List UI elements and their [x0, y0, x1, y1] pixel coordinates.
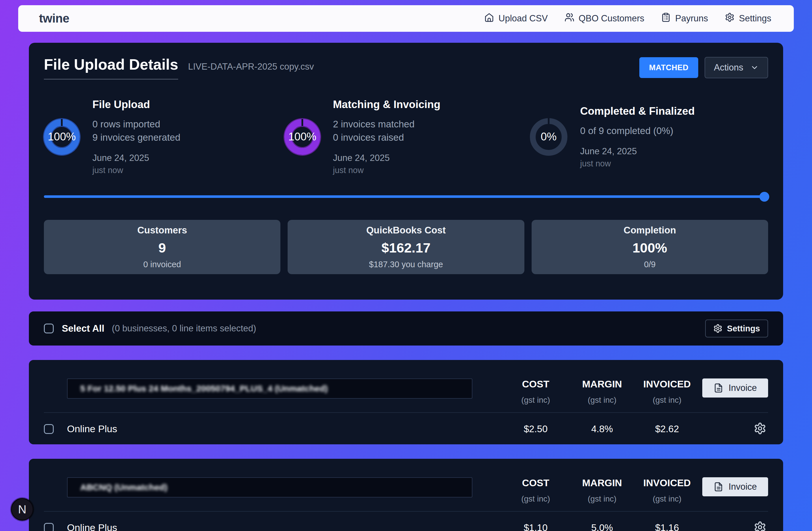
invoiced-header-label: INVOICED — [635, 378, 699, 390]
gear-icon — [725, 12, 735, 25]
line-item-row: Online Plus $1.10 5.0% $1.16 — [44, 511, 768, 531]
stat-value: 100% — [633, 240, 667, 256]
users-icon — [565, 12, 574, 25]
margin-column-header: MARGIN (gst inc) — [569, 378, 635, 405]
stage-text: Matching & Invoicing 2 invoices matched … — [333, 99, 440, 175]
invoiced-column-header: INVOICED (gst inc) — [635, 477, 699, 504]
brand-logo[interactable]: twine — [39, 12, 69, 25]
stat-label: Customers — [137, 225, 187, 236]
nav-item-upload-csv[interactable]: Upload CSV — [484, 12, 548, 25]
nav-item-label: QBO Customers — [579, 13, 644, 24]
business-name: 5 For 12.50 Plus 24 Months_20050794_PLUS… — [80, 384, 328, 393]
uploaded-filename: LIVE-DATA-APR-2025 copy.csv — [188, 61, 314, 72]
nav-item-label: Payruns — [675, 13, 708, 24]
select-all-bar: Select All (0 businesses, 0 line items s… — [29, 312, 783, 346]
stage-ago: just now — [92, 166, 180, 175]
row-checkbox[interactable] — [44, 424, 54, 434]
panel-header: File Upload Details LIVE-DATA-APR-2025 c… — [44, 56, 768, 80]
stage-title: Completed & Finalized — [580, 105, 695, 117]
matched-status-button[interactable]: MATCHED — [639, 57, 698, 78]
selection-summary: (0 businesses, 0 line items selected) — [112, 323, 256, 334]
badge-letter: N — [18, 503, 27, 516]
clipboard-icon — [661, 12, 671, 25]
file-text-icon — [713, 383, 723, 393]
plan-name: Online Plus — [67, 522, 503, 531]
margin-header-label: MARGIN — [569, 378, 635, 390]
stat-value: $162.17 — [381, 240, 431, 256]
actions-dropdown-button[interactable]: Actions — [705, 57, 768, 78]
stage-title: Matching & Invoicing — [333, 99, 440, 111]
stat-sub: $187.30 you charge — [369, 260, 443, 269]
business-name-field[interactable]: ABCNQ (Unmatched) — [67, 477, 473, 498]
stage-ago: just now — [580, 159, 695, 169]
completed-progress-ring: 0% — [530, 118, 567, 156]
header-buttons: MATCHED Actions — [639, 57, 768, 78]
row-checkbox[interactable] — [44, 523, 54, 531]
stage-line2: 9 invoices generated — [92, 131, 180, 144]
margin-header-label: MARGIN — [569, 477, 635, 489]
stat-label: QuickBooks Cost — [366, 225, 446, 236]
stat-card-customers: Customers 9 0 invoiced — [44, 220, 280, 274]
stage-matching-invoicing: 100% Matching & Invoicing 2 invoices mat… — [285, 99, 530, 175]
business-card: ABCNQ (Unmatched) COST (gst inc) MARGIN … — [29, 459, 783, 531]
stage-line1: 2 invoices matched — [333, 118, 440, 131]
stage-completed-finalized: 0% Completed & Finalized 0 of 9 complete… — [530, 99, 768, 175]
bar-settings-button[interactable]: Settings — [705, 319, 768, 338]
row-settings-button[interactable] — [754, 422, 766, 436]
gst-note: (gst inc) — [503, 494, 569, 504]
top-nav: twine Upload CSV QBO Customers Payruns S… — [18, 5, 794, 32]
cost-column-header: COST (gst inc) — [503, 378, 569, 405]
gst-note: (gst inc) — [503, 396, 569, 405]
select-all-checkbox[interactable] — [44, 324, 54, 333]
invoice-button[interactable]: Invoice — [702, 378, 768, 398]
nav-item-payruns[interactable]: Payruns — [661, 12, 708, 25]
line-item-row: Online Plus $2.50 4.8% $2.62 — [44, 412, 768, 445]
nav-item-settings[interactable]: Settings — [725, 12, 771, 25]
ring-percent: 100% — [288, 131, 316, 143]
stat-card-completion: Completion 100% 0/9 — [532, 220, 768, 274]
page-title: File Upload Details — [44, 56, 178, 80]
stat-cards: Customers 9 0 invoiced QuickBooks Cost $… — [44, 220, 768, 274]
stat-card-quickbooks-cost: QuickBooks Cost $162.17 $187.30 you char… — [288, 220, 524, 274]
margin-value: 5.0% — [569, 522, 635, 531]
nav-item-qbo-customers[interactable]: QBO Customers — [565, 12, 644, 25]
invoice-button[interactable]: Invoice — [702, 477, 768, 496]
stage-text: File Upload 0 rows imported 9 invoices g… — [92, 99, 180, 175]
stage-date: June 24, 2025 — [580, 146, 695, 157]
gear-icon — [713, 324, 723, 333]
stage-line1: 0 rows imported — [92, 118, 180, 131]
cost-header-label: COST — [503, 477, 569, 489]
stage-line2: 0 invoices raised — [333, 131, 440, 144]
invoiced-value: $2.62 — [635, 424, 699, 434]
notification-badge[interactable]: N — [11, 498, 33, 521]
row-settings-button[interactable] — [754, 521, 766, 531]
actions-label: Actions — [714, 62, 743, 73]
ring-percent: 100% — [48, 131, 76, 143]
progress-bar-handle[interactable] — [759, 192, 769, 202]
file-upload-progress-ring: 100% — [44, 119, 80, 155]
overall-progress-bar — [44, 195, 768, 198]
gst-note: (gst inc) — [635, 396, 699, 405]
business-card-header: 5 For 12.50 Plus 24 Months_20050794_PLUS… — [44, 378, 768, 405]
business-name: ABCNQ (Unmatched) — [80, 483, 168, 492]
home-icon — [484, 12, 494, 25]
stage-file-upload: 100% File Upload 0 rows imported 9 invoi… — [44, 99, 285, 175]
settings-label: Settings — [727, 324, 760, 333]
invoice-button-label: Invoice — [728, 482, 757, 492]
stat-label: Completion — [624, 225, 676, 236]
file-upload-details-panel: File Upload Details LIVE-DATA-APR-2025 c… — [29, 43, 783, 300]
cost-header-label: COST — [503, 378, 569, 390]
gst-note: (gst inc) — [569, 396, 635, 405]
gst-note: (gst inc) — [635, 494, 699, 504]
matching-progress-ring: 100% — [285, 119, 320, 155]
invoice-button-label: Invoice — [728, 383, 757, 393]
stat-sub: 0/9 — [644, 260, 655, 269]
cost-value: $2.50 — [503, 424, 569, 434]
title-wrap: File Upload Details LIVE-DATA-APR-2025 c… — [44, 56, 314, 80]
business-name-field[interactable]: 5 For 12.50 Plus 24 Months_20050794_PLUS… — [67, 378, 473, 399]
invoiced-column-header: INVOICED (gst inc) — [635, 378, 699, 405]
margin-value: 4.8% — [569, 424, 635, 434]
nav-item-label: Settings — [739, 13, 771, 24]
stage-ago: just now — [333, 166, 440, 175]
invoiced-value: $1.16 — [635, 522, 699, 531]
